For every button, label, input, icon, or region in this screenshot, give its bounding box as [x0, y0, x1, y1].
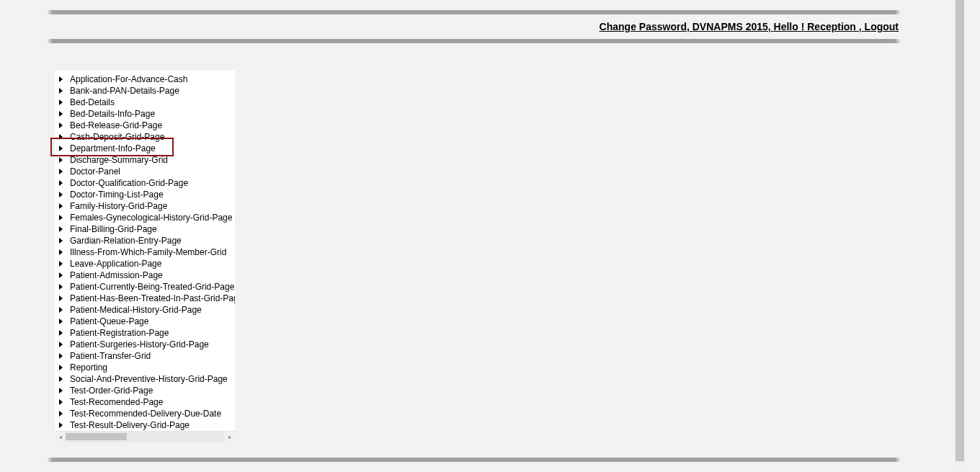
- caret-right-icon: [59, 157, 63, 163]
- sidebar-item-label: Leave-Application-Page: [70, 258, 161, 270]
- sidebar-item[interactable]: Discharge-Summary-Grid: [55, 154, 235, 166]
- sidebar-item-label: Family-History-Grid-Page: [70, 200, 167, 212]
- sidebar-item-label: Bed-Details: [70, 97, 115, 108]
- brand-link[interactable]: DVNAPMS 2015,: [690, 21, 771, 32]
- sidebar-item[interactable]: Test-Recommended-Delivery-Due-Date: [55, 408, 235, 419]
- sidebar-item-label: Patient-Admission-Page: [70, 270, 163, 281]
- caret-right-icon: [59, 180, 63, 186]
- caret-right-icon: [59, 307, 63, 313]
- caret-right-icon: [59, 111, 63, 117]
- sidebar-item[interactable]: Patient-Has-Been-Treated-In-Past-Grid-Pa…: [55, 293, 235, 304]
- sidebar-item[interactable]: Department-Info-Page: [55, 143, 235, 154]
- caret-right-icon: [59, 422, 63, 428]
- sidebar-item[interactable]: Patient-Currently-Being-Treated-Grid-Pag…: [55, 281, 235, 293]
- sidebar-item-label: Patient-Currently-Being-Treated-Grid-Pag…: [70, 281, 234, 293]
- scroll-thumb[interactable]: [66, 433, 127, 440]
- scroll-left-arrow[interactable]: ◂: [55, 432, 66, 442]
- sidebar-item-label: Patient-Queue-Page: [70, 316, 148, 327]
- caret-right-icon: [59, 238, 63, 244]
- logout-link[interactable]: Logout: [862, 21, 899, 32]
- caret-right-icon: [59, 249, 63, 255]
- sidebar-item[interactable]: Doctor-Panel: [55, 166, 235, 177]
- scroll-right-arrow[interactable]: ▸: [224, 432, 235, 442]
- sidebar-item-label: Patient-Has-Been-Treated-In-Past-Grid-Pa…: [70, 293, 235, 304]
- sidebar-item-label: Bank-and-PAN-Details-Page: [70, 85, 179, 97]
- sidebar-item-label: Discharge-Summary-Grid: [70, 154, 168, 166]
- sidebar-item[interactable]: Patient-Surgeries-History-Grid-Page: [55, 339, 235, 350]
- caret-right-icon: [59, 399, 63, 405]
- sidebar-item[interactable]: Bed-Details-Info-Page: [55, 108, 235, 120]
- sidebar-item[interactable]: Test-Recomended-Page: [55, 396, 235, 408]
- mid-divider: [47, 39, 901, 43]
- caret-right-icon: [59, 99, 63, 105]
- sidebar-item[interactable]: Bed-Release-Grid-Page: [55, 120, 235, 131]
- page-scroll-thumb[interactable]: [956, 0, 964, 461]
- caret-right-icon: [59, 330, 63, 336]
- change-password-link[interactable]: Change Password,: [600, 21, 690, 32]
- caret-right-icon: [59, 261, 63, 267]
- caret-right-icon: [59, 226, 63, 232]
- sidebar-item-label: Patient-Surgeries-History-Grid-Page: [70, 339, 209, 350]
- caret-right-icon: [59, 88, 63, 94]
- greeting-link[interactable]: Hello ! Reception ,: [771, 21, 862, 32]
- caret-right-icon: [59, 192, 63, 197]
- sidebar-item[interactable]: Application-For-Advance-Cash: [55, 74, 235, 85]
- bottom-divider: [47, 458, 901, 462]
- sidebar-item[interactable]: Gardian-Relation-Entry-Page: [55, 235, 235, 246]
- sidebar-item[interactable]: Reporting: [55, 362, 235, 373]
- caret-right-icon: [59, 376, 63, 382]
- caret-right-icon: [59, 76, 63, 82]
- scroll-track[interactable]: [66, 432, 224, 442]
- sidebar-item[interactable]: Test-Order-Grid-Page: [55, 385, 235, 396]
- sidebar-item[interactable]: Bank-and-PAN-Details-Page: [55, 85, 235, 97]
- sidebar-item-label: Doctor-Panel: [70, 166, 120, 177]
- sidebar-item[interactable]: Illness-From-Which-Family-Member-Grid: [55, 246, 235, 258]
- sidebar-item-label: Females-Gynecological-History-Grid-Page: [70, 212, 232, 223]
- sidebar-item-label: Application-For-Advance-Cash: [70, 74, 187, 85]
- sidebar-item-label: Bed-Details-Info-Page: [70, 108, 155, 120]
- caret-right-icon: [59, 295, 63, 301]
- sidebar-item-label: Doctor-Qualification-Grid-Page: [70, 177, 188, 189]
- sidebar-item-label: Patient-Medical-History-Grid-Page: [70, 304, 202, 316]
- caret-right-icon: [59, 123, 63, 128]
- caret-right-icon: [59, 272, 63, 278]
- sidebar-item-label: Bed-Release-Grid-Page: [70, 120, 162, 131]
- sidebar-item-label: Test-Order-Grid-Page: [70, 385, 153, 396]
- page-vertical-scrollbar[interactable]: [954, 0, 966, 472]
- tree-horizontal-scrollbar[interactable]: ◂ ▸: [55, 431, 235, 442]
- sidebar-item-label: Test-Recommended-Delivery-Due-Date: [70, 408, 221, 419]
- sidebar-item[interactable]: Social-And-Preventive-History-Grid-Page: [55, 373, 235, 385]
- sidebar-item[interactable]: Females-Gynecological-History-Grid-Page: [55, 212, 235, 223]
- sidebar-item[interactable]: Final-Billing-Grid-Page: [55, 223, 235, 235]
- sidebar-item[interactable]: Patient-Registration-Page: [55, 327, 235, 339]
- sidebar-item[interactable]: Bed-Details: [55, 97, 235, 108]
- sidebar-item[interactable]: Doctor-Qualification-Grid-Page: [55, 177, 235, 189]
- sidebar-item[interactable]: Leave-Application-Page: [55, 258, 235, 270]
- sidebar-item[interactable]: Test-Result-Delivery-Grid-Page: [55, 419, 235, 431]
- sidebar-item-label: Reporting: [70, 362, 107, 373]
- topbar: Change Password, DVNAPMS 2015, Hello ! R…: [0, 14, 948, 39]
- caret-right-icon: [59, 203, 63, 209]
- sidebar-item[interactable]: Cash-Deposit-Grid-Page: [55, 131, 235, 143]
- sidebar-item[interactable]: Patient-Transfer-Grid: [55, 350, 235, 362]
- sidebar-item[interactable]: Family-History-Grid-Page: [55, 200, 235, 212]
- sidebar-tree: Application-For-Advance-CashBank-and-PAN…: [55, 71, 235, 442]
- sidebar-item[interactable]: Patient-Medical-History-Grid-Page: [55, 304, 235, 316]
- sidebar-item-label: Patient-Registration-Page: [70, 327, 169, 339]
- sidebar-item[interactable]: Patient-Admission-Page: [55, 270, 235, 281]
- caret-right-icon: [59, 146, 63, 151]
- sidebar-item[interactable]: Patient-Queue-Page: [55, 316, 235, 327]
- caret-right-icon: [59, 215, 63, 221]
- sidebar-item-label: Social-And-Preventive-History-Grid-Page: [70, 373, 228, 385]
- sidebar-item-label: Final-Billing-Grid-Page: [70, 223, 157, 235]
- sidebar-item-label: Cash-Deposit-Grid-Page: [70, 131, 164, 143]
- sidebar-item-label: Illness-From-Which-Family-Member-Grid: [70, 246, 226, 258]
- caret-right-icon: [59, 319, 63, 324]
- caret-right-icon: [59, 284, 63, 290]
- sidebar-item-label: Doctor-Timing-List-Page: [70, 189, 164, 200]
- sidebar-item-label: Test-Result-Delivery-Grid-Page: [70, 419, 190, 431]
- sidebar-item-label: Patient-Transfer-Grid: [70, 350, 151, 362]
- caret-right-icon: [59, 353, 63, 359]
- sidebar-item[interactable]: Doctor-Timing-List-Page: [55, 189, 235, 200]
- sidebar-item-label: Test-Recomended-Page: [70, 396, 163, 408]
